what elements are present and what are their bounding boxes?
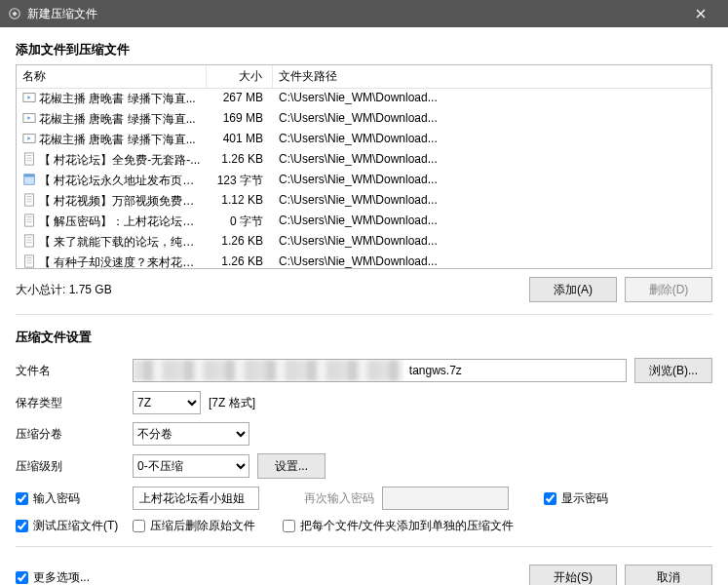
file-size: 1.12 KB — [207, 191, 273, 212]
password-checkbox-label: 输入密码 — [33, 490, 80, 507]
titlebar: 新建压缩文件 — [0, 0, 728, 27]
svg-rect-7 — [25, 153, 34, 165]
browse-button[interactable]: 浏览(B)... — [634, 358, 712, 383]
table-row[interactable]: 【 来了就能下载的论坛，纯免...1.26 KBC:\Users\Nie_WM\… — [17, 232, 711, 253]
file-name: 【 村花论坛永久地址发布页】... — [39, 174, 204, 187]
file-list: 名称 大小 文件夹路径 花椒主播 唐晚書 绿播下海直...267 MBC:\Us… — [16, 64, 712, 269]
save-type-label: 保存类型 — [16, 395, 133, 411]
file-path: C:\Users\Nie_WM\Download... — [273, 253, 711, 268]
save-type-hint: [7Z 格式] — [209, 395, 255, 411]
col-header-path[interactable]: 文件夹路径 — [273, 65, 711, 88]
file-size: 1.26 KB — [207, 150, 273, 171]
total-size-label: 大小总计: 1.75 GB — [16, 282, 521, 298]
show-password-row[interactable]: 显示密码 — [544, 490, 608, 507]
test-archive-checkbox[interactable] — [16, 520, 28, 532]
file-list-body[interactable]: 花椒主播 唐晚書 绿播下海直...267 MBC:\Users\Nie_WM\D… — [17, 89, 711, 268]
each-separate-checkbox[interactable] — [283, 520, 295, 532]
show-password-checkbox[interactable] — [544, 492, 556, 505]
file-size: 401 MB — [207, 130, 273, 150]
svg-rect-25 — [25, 255, 34, 267]
file-size: 1.26 KB — [207, 253, 273, 268]
level-select[interactable]: 0-不压缩 — [133, 454, 249, 478]
svg-rect-13 — [25, 194, 34, 206]
password-checkbox-row[interactable]: 输入密码 — [16, 490, 133, 507]
each-separate-row[interactable]: 把每个文件/文件夹添加到单独的压缩文件 — [283, 518, 514, 534]
add-button[interactable]: 添加(A) — [529, 277, 617, 302]
delete-after-row[interactable]: 压缩后删除原始文件 — [133, 518, 255, 534]
divider — [16, 314, 712, 315]
file-size: 123 字节 — [207, 171, 273, 191]
each-separate-label: 把每个文件/文件夹添加到单独的压缩文件 — [300, 518, 514, 534]
level-settings-button[interactable]: 设置... — [257, 453, 326, 479]
file-name: 花椒主播 唐晚書 绿播下海直... — [39, 92, 196, 105]
filename-redacted — [134, 360, 409, 381]
text-file-icon — [22, 152, 36, 166]
app-file-icon — [22, 173, 36, 186]
svg-rect-17 — [25, 214, 34, 226]
save-type-select[interactable]: 7Z — [133, 391, 201, 414]
file-size: 169 MB — [207, 109, 273, 130]
file-size: 267 MB — [207, 89, 273, 109]
settings-heading: 压缩文件设置 — [16, 329, 712, 346]
col-header-name[interactable]: 名称 — [17, 65, 207, 88]
table-row[interactable]: 花椒主播 唐晚書 绿播下海直...169 MBC:\Users\Nie_WM\D… — [17, 109, 711, 130]
filename-label: 文件名 — [16, 363, 133, 379]
table-row[interactable]: 花椒主播 唐晚書 绿播下海直...401 MBC:\Users\Nie_WM\D… — [17, 130, 711, 150]
table-row[interactable]: 【 解压密码】：上村花论坛看...0 字节C:\Users\Nie_WM\Dow… — [17, 212, 711, 232]
more-options-checkbox[interactable] — [16, 571, 28, 584]
split-label: 压缩分卷 — [16, 426, 133, 443]
filename-visible-part: tangws.7z — [403, 360, 620, 381]
close-icon — [696, 9, 706, 19]
video-file-icon — [22, 132, 36, 145]
password-repeat-label: 再次输入密码 — [304, 490, 374, 507]
file-name: 【 来了就能下载的论坛，纯免... — [39, 235, 204, 249]
svg-rect-21 — [25, 235, 34, 247]
delete-after-label: 压缩后删除原始文件 — [150, 518, 255, 534]
test-archive-row[interactable]: 测试压缩文件(T) — [16, 518, 133, 534]
file-name: 【 解压密码】：上村花论坛看... — [39, 214, 204, 228]
table-row[interactable]: 【 村花论坛永久地址发布页】...123 字节C:\Users\Nie_WM\D… — [17, 171, 711, 191]
level-label: 压缩级别 — [16, 458, 133, 475]
more-options-row[interactable]: 更多选项... — [16, 569, 90, 586]
divider — [16, 546, 712, 547]
file-path: C:\Users\Nie_WM\Download... — [273, 171, 711, 191]
cancel-button[interactable]: 取消 — [625, 565, 712, 585]
file-size: 0 字节 — [207, 212, 273, 232]
file-name: 【 村花论坛】全免费-无套路-... — [39, 153, 200, 167]
test-archive-label: 测试压缩文件(T) — [33, 518, 118, 534]
svg-rect-12 — [24, 175, 35, 177]
video-file-icon — [22, 111, 36, 125]
file-list-header[interactable]: 名称 大小 文件夹路径 — [17, 65, 711, 89]
video-file-icon — [22, 91, 36, 104]
file-path: C:\Users\Nie_WM\Download... — [273, 109, 711, 130]
delete-after-checkbox[interactable] — [133, 520, 145, 532]
start-button[interactable]: 开始(S) — [529, 565, 617, 585]
filename-input[interactable]: tangws.7z — [133, 359, 627, 382]
file-name: 花椒主播 唐晚書 绿播下海直... — [39, 133, 196, 146]
file-name: 【 有种子却没速度？来村花论... — [39, 255, 204, 268]
file-name: 【 村花视频】万部视频免费在... — [39, 194, 204, 208]
col-header-size[interactable]: 大小 — [207, 65, 273, 88]
file-path: C:\Users\Nie_WM\Download... — [273, 191, 711, 212]
show-password-label: 显示密码 — [561, 490, 608, 507]
file-path: C:\Users\Nie_WM\Download... — [273, 212, 711, 232]
file-size: 1.26 KB — [207, 232, 273, 253]
password-repeat-input — [382, 487, 509, 510]
file-path: C:\Users\Nie_WM\Download... — [273, 89, 711, 109]
table-row[interactable]: 花椒主播 唐晚書 绿播下海直...267 MBC:\Users\Nie_WM\D… — [17, 89, 711, 109]
table-row[interactable]: 【 村花视频】万部视频免费在...1.12 KBC:\Users\Nie_WM\… — [17, 191, 711, 212]
file-name: 花椒主播 唐晚書 绿播下海直... — [39, 112, 196, 126]
split-select[interactable]: 不分卷 — [133, 422, 249, 446]
remove-button[interactable]: 删除(D) — [625, 277, 712, 302]
file-path: C:\Users\Nie_WM\Download... — [273, 130, 711, 150]
text-file-icon — [22, 193, 36, 207]
table-row[interactable]: 【 村花论坛】全免费-无套路-...1.26 KBC:\Users\Nie_WM… — [17, 150, 711, 171]
table-row[interactable]: 【 有种子却没速度？来村花论...1.26 KBC:\Users\Nie_WM\… — [17, 253, 711, 268]
text-file-icon — [22, 234, 36, 248]
close-button[interactable] — [681, 0, 720, 27]
text-file-icon — [22, 214, 36, 227]
file-path: C:\Users\Nie_WM\Download... — [273, 150, 711, 171]
password-checkbox[interactable] — [16, 492, 28, 505]
password-input[interactable] — [133, 487, 259, 510]
more-options-label: 更多选项... — [33, 569, 90, 586]
